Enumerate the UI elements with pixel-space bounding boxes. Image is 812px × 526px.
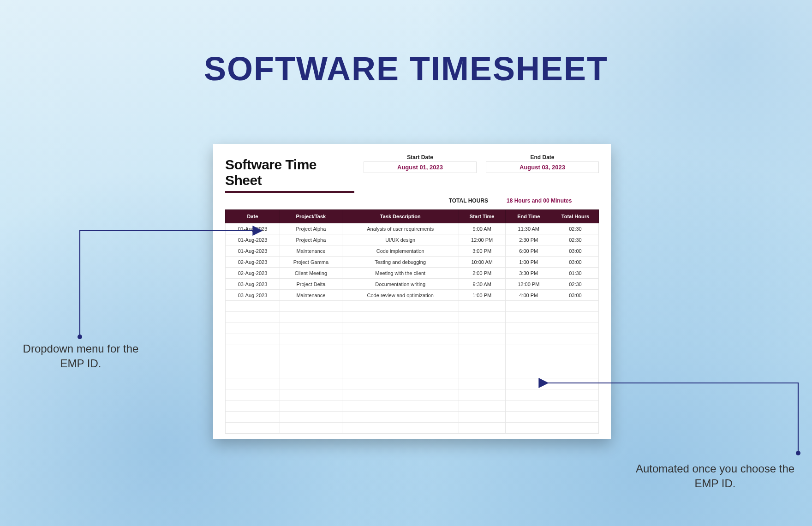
table-row-empty[interactable]	[226, 334, 599, 345]
cell-empty[interactable]	[342, 334, 459, 345]
cell-start[interactable]: 9:30 AM	[459, 279, 505, 290]
cell-start[interactable]: 3:00 PM	[459, 245, 505, 257]
cell-end[interactable]: 3:30 PM	[505, 268, 552, 279]
cell-project[interactable]: Project Alpha	[280, 223, 342, 234]
cell-empty[interactable]	[280, 423, 342, 434]
cell-desc[interactable]: Meeting with the client	[342, 268, 459, 279]
table-row[interactable]: 01-Aug-2023Project AlphaAnalysis of user…	[226, 223, 599, 234]
cell-empty[interactable]	[280, 312, 342, 323]
table-row[interactable]: 01-Aug-2023Project AlphaUI/UX design12:0…	[226, 234, 599, 245]
cell-hours[interactable]: 02:30	[552, 234, 598, 245]
cell-empty[interactable]	[459, 378, 505, 389]
cell-start[interactable]: 9:00 AM	[459, 223, 505, 234]
cell-hours[interactable]: 02:30	[552, 223, 598, 234]
table-row-empty[interactable]	[226, 312, 599, 323]
cell-empty[interactable]	[552, 378, 598, 389]
cell-empty[interactable]	[342, 312, 459, 323]
table-row[interactable]: 01-Aug-2023MaintenanceCode implementatio…	[226, 245, 599, 257]
start-date-value[interactable]: August 01, 2023	[364, 161, 477, 173]
cell-empty[interactable]	[226, 412, 280, 423]
cell-end[interactable]: 1:00 PM	[505, 257, 552, 268]
cell-empty[interactable]	[280, 356, 342, 367]
cell-empty[interactable]	[459, 400, 505, 412]
cell-hours[interactable]: 03:00	[552, 290, 598, 301]
cell-empty[interactable]	[226, 312, 280, 323]
cell-empty[interactable]	[459, 301, 505, 312]
cell-empty[interactable]	[552, 423, 598, 434]
cell-project[interactable]: Maintenance	[280, 290, 342, 301]
cell-end[interactable]: 12:00 PM	[505, 279, 552, 290]
cell-empty[interactable]	[459, 312, 505, 323]
cell-empty[interactable]	[505, 356, 552, 367]
table-row-empty[interactable]	[226, 412, 599, 423]
cell-empty[interactable]	[505, 312, 552, 323]
cell-desc[interactable]: Code review and optimization	[342, 290, 459, 301]
cell-empty[interactable]	[280, 412, 342, 423]
cell-hours[interactable]: 03:00	[552, 257, 598, 268]
cell-project[interactable]: Client Meeting	[280, 268, 342, 279]
cell-empty[interactable]	[280, 334, 342, 345]
table-row-empty[interactable]	[226, 389, 599, 400]
cell-empty[interactable]	[342, 367, 459, 378]
cell-empty[interactable]	[505, 400, 552, 412]
cell-empty[interactable]	[505, 389, 552, 400]
cell-empty[interactable]	[459, 345, 505, 356]
cell-hours[interactable]: 02:30	[552, 279, 598, 290]
cell-project[interactable]: Project Alpha	[280, 234, 342, 245]
cell-empty[interactable]	[505, 334, 552, 345]
cell-empty[interactable]	[226, 389, 280, 400]
cell-project[interactable]: Project Gamma	[280, 257, 342, 268]
cell-empty[interactable]	[459, 334, 505, 345]
cell-date[interactable]: 03-Aug-2023	[226, 290, 280, 301]
cell-empty[interactable]	[226, 345, 280, 356]
cell-start[interactable]: 2:00 PM	[459, 268, 505, 279]
cell-end[interactable]: 6:00 PM	[505, 245, 552, 257]
cell-desc[interactable]: Analysis of user requirements	[342, 223, 459, 234]
table-row-empty[interactable]	[226, 423, 599, 434]
cell-empty[interactable]	[342, 345, 459, 356]
cell-date[interactable]: 01-Aug-2023	[226, 234, 280, 245]
cell-empty[interactable]	[552, 389, 598, 400]
cell-empty[interactable]	[552, 312, 598, 323]
cell-empty[interactable]	[505, 367, 552, 378]
cell-desc[interactable]: Documentation writing	[342, 279, 459, 290]
cell-empty[interactable]	[342, 356, 459, 367]
cell-desc[interactable]: Code implementation	[342, 245, 459, 257]
cell-empty[interactable]	[342, 400, 459, 412]
cell-desc[interactable]: UI/UX design	[342, 234, 459, 245]
table-row[interactable]: 02-Aug-2023Project GammaTesting and debu…	[226, 257, 599, 268]
cell-empty[interactable]	[552, 356, 598, 367]
cell-date[interactable]: 03-Aug-2023	[226, 279, 280, 290]
cell-empty[interactable]	[552, 412, 598, 423]
cell-empty[interactable]	[505, 345, 552, 356]
cell-start[interactable]: 12:00 PM	[459, 234, 505, 245]
table-row-empty[interactable]	[226, 345, 599, 356]
cell-empty[interactable]	[459, 323, 505, 334]
cell-empty[interactable]	[226, 378, 280, 389]
table-row-empty[interactable]	[226, 301, 599, 312]
cell-empty[interactable]	[280, 323, 342, 334]
cell-empty[interactable]	[280, 367, 342, 378]
cell-empty[interactable]	[280, 345, 342, 356]
table-row-empty[interactable]	[226, 323, 599, 334]
cell-empty[interactable]	[226, 367, 280, 378]
cell-empty[interactable]	[505, 423, 552, 434]
cell-empty[interactable]	[459, 356, 505, 367]
cell-empty[interactable]	[505, 412, 552, 423]
cell-empty[interactable]	[459, 412, 505, 423]
cell-end[interactable]: 11:30 AM	[505, 223, 552, 234]
cell-desc[interactable]: Testing and debugging	[342, 257, 459, 268]
cell-empty[interactable]	[459, 367, 505, 378]
cell-empty[interactable]	[459, 389, 505, 400]
cell-empty[interactable]	[342, 378, 459, 389]
cell-empty[interactable]	[459, 423, 505, 434]
cell-empty[interactable]	[226, 400, 280, 412]
cell-empty[interactable]	[552, 367, 598, 378]
cell-empty[interactable]	[280, 378, 342, 389]
cell-empty[interactable]	[226, 301, 280, 312]
cell-empty[interactable]	[226, 334, 280, 345]
table-row-empty[interactable]	[226, 400, 599, 412]
cell-hours[interactable]: 03:00	[552, 245, 598, 257]
cell-empty[interactable]	[552, 301, 598, 312]
cell-start[interactable]: 10:00 AM	[459, 257, 505, 268]
